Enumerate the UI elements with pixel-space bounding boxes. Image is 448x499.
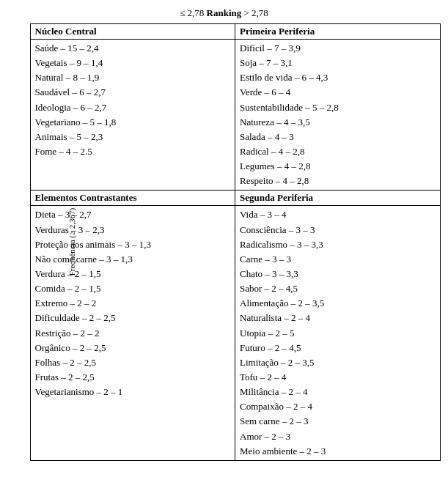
list-item: Consciência – 3 – 3 xyxy=(240,223,436,237)
list-item: Respeito – 4 – 2,8 xyxy=(240,174,436,188)
header-line: ≤ 2,78 Ranking > 2,78 xyxy=(180,7,268,19)
list-item: Natural – 8 – 1,9 xyxy=(35,70,231,85)
list-item: Alimentação – 2 – 3,5 xyxy=(240,296,436,311)
list-item: Vegetariano – 5 – 1,8 xyxy=(35,115,231,130)
list-item: Sustentabilidade – 5 – 2,8 xyxy=(240,100,436,115)
list-item: Difícil – 7 – 3,9 xyxy=(240,41,436,56)
list-item: Vida – 3 – 4 xyxy=(240,207,436,222)
list-item: Futuro – 2 – 4,5 xyxy=(240,341,436,355)
list-item: Não come carne – 3 – 1,3 xyxy=(35,252,231,267)
ranking-right-label: > 2,78 xyxy=(244,7,268,18)
list-item: Utopia – 2 – 5 xyxy=(240,326,436,341)
list-item: Saúde – 15 – 2,4 xyxy=(35,41,231,56)
list-item: Meio ambiente – 2 – 3 xyxy=(240,444,436,459)
ranking-keyword: Ranking xyxy=(207,7,242,18)
list-item: Naturalista – 2 – 4 xyxy=(240,311,436,325)
primeira-periferia-items: Difícil – 7 – 3,9Soja – 7 – 3,1Estilo de… xyxy=(235,40,440,191)
list-item: Animais – 5 – 2,3 xyxy=(35,130,231,144)
list-item: Orgânico – 2 – 2,5 xyxy=(35,341,231,355)
list-item: Sem carne – 2 – 3 xyxy=(240,414,436,429)
quadrant-table: Núcleo Central Primeira Periferia Saúde … xyxy=(30,23,441,461)
list-item: Amor – 2 – 3 xyxy=(240,429,436,444)
list-item: Dieta – 3 – 2,7 xyxy=(35,207,231,222)
list-item: Estilo de vida – 6 – 4,3 xyxy=(240,70,436,85)
list-item: Radicalismo – 3 – 3,3 xyxy=(240,237,436,252)
list-item: Comida – 2 – 1,5 xyxy=(35,281,231,296)
main-content: Frequência (≥ 2,367) Núcleo Central Prim… xyxy=(30,23,441,461)
quadrant1-content: Saúde – 15 – 2,4Vegetais – 9 – 1,4Natura… xyxy=(31,40,440,191)
list-item: Restrição – 2 – 2 xyxy=(35,326,231,341)
elementos-contrastantes-items: Dieta – 3 – 2,7Verduras – 3 – 2,3Proteçã… xyxy=(31,206,235,460)
ranking-left-label: ≤ 2,78 xyxy=(180,7,204,18)
list-item: Sabor – 2 – 4,5 xyxy=(240,281,436,296)
nucleo-central-header: Núcleo Central xyxy=(31,24,235,40)
quadrant2-content: Dieta – 3 – 2,7Verduras – 3 – 2,3Proteçã… xyxy=(31,206,440,460)
nucleo-list: Saúde – 15 – 2,4Vegetais – 9 – 1,4Natura… xyxy=(35,41,231,159)
list-item: Saudável – 6 – 2,7 xyxy=(35,85,231,100)
list-item: Ideologia – 6 – 2,7 xyxy=(35,100,231,115)
list-item: Salada – 4 – 3 xyxy=(240,130,436,144)
list-item: Legumes – 4 – 2,8 xyxy=(240,159,436,174)
periferia1-list: Difícil – 7 – 3,9Soja – 7 – 3,1Estilo de… xyxy=(240,41,436,188)
header-row: Núcleo Central Primeira Periferia xyxy=(31,24,440,40)
list-item: Verdura – 2 – 1,5 xyxy=(35,267,231,281)
list-item: Limitação – 2 – 3,5 xyxy=(240,355,436,370)
segunda-periferia-items: Vida – 3 – 4Consciência – 3 – 3Radicalis… xyxy=(235,206,440,460)
list-item: Radical – 4 – 2,8 xyxy=(240,144,436,159)
section2-header-row: Elementos Contrastantes Segunda Periferi… xyxy=(31,191,440,206)
list-item: Folhas – 2 – 2,5 xyxy=(35,355,231,370)
list-item: Natureza – 4 – 3,5 xyxy=(240,115,436,130)
list-item: Soja – 7 – 3,1 xyxy=(240,56,436,70)
list-item: Carne – 3 – 3 xyxy=(240,252,436,267)
list-item: Vegetais – 9 – 1,4 xyxy=(35,56,231,70)
list-item: Tofu – 2 – 4 xyxy=(240,370,436,385)
list-item: Extremo – 2 – 2 xyxy=(35,296,231,311)
list-item: Verde – 6 – 4 xyxy=(240,85,436,100)
list-item: Verduras – 3 – 2,3 xyxy=(35,223,231,237)
contrastantes-list: Dieta – 3 – 2,7Verduras – 3 – 2,3Proteçã… xyxy=(35,207,231,399)
list-item: Vegetarianismo – 2 – 1 xyxy=(35,385,231,399)
list-item: Militância – 2 – 4 xyxy=(240,385,436,399)
list-item: Frutas – 2 – 2,5 xyxy=(35,370,231,385)
list-item: Compaixão – 2 – 4 xyxy=(240,399,436,414)
list-item: Fome – 4 – 2.5 xyxy=(35,144,231,159)
segunda-periferia-header: Segunda Periferia xyxy=(235,191,440,206)
nucleo-central-items: Saúde – 15 – 2,4Vegetais – 9 – 1,4Natura… xyxy=(31,40,235,191)
elementos-contrastantes-header: Elementos Contrastantes xyxy=(31,191,235,206)
primeira-periferia-header: Primeira Periferia xyxy=(235,24,440,40)
list-item: Chato – 3 – 3,3 xyxy=(240,267,436,281)
periferia2-list: Vida – 3 – 4Consciência – 3 – 3Radicalis… xyxy=(240,207,436,458)
list-item: Proteção aos animais – 3 – 1,3 xyxy=(35,237,231,252)
list-item: Dificuldade – 2 – 2,5 xyxy=(35,311,231,325)
